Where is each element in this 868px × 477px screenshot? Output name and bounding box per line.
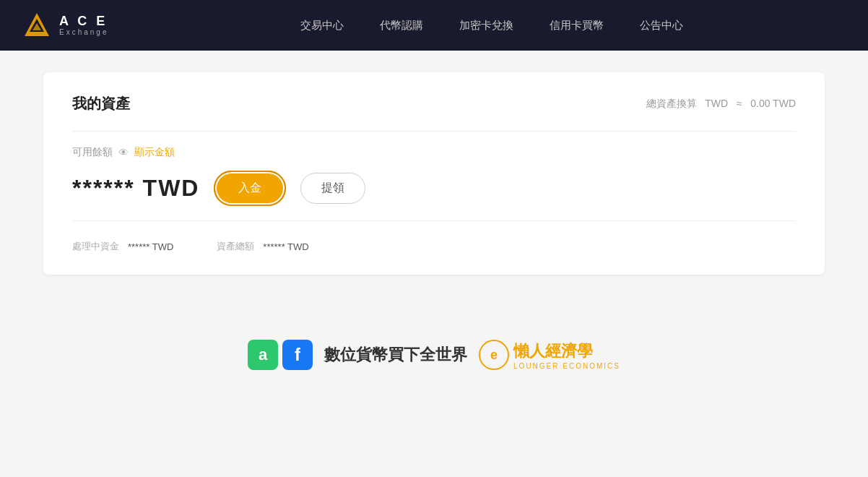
chatapp-icon[interactable]: a	[248, 340, 278, 370]
balance-label: 可用餘額	[72, 146, 113, 159]
total-value: 0.00 TWD	[750, 98, 796, 109]
nav-credit-card[interactable]: 信用卡買幣	[550, 19, 604, 33]
facebook-icon[interactable]: f	[282, 340, 313, 370]
processing-value: ****** TWD	[128, 241, 173, 252]
nav-token[interactable]: 代幣認購	[380, 19, 423, 33]
eye-icon: 👁	[118, 147, 129, 158]
processing-label: 處理中資金	[72, 240, 119, 253]
nav-announcements[interactable]: 公告中心	[640, 19, 683, 33]
balance-row: ****** TWD 入金 提領	[72, 171, 796, 206]
processing-funds-item: 處理中資金 ****** TWD	[72, 240, 173, 253]
show-amount-btn[interactable]: 顯示金額	[134, 146, 175, 159]
lounger-main-text: 懶人經濟學	[513, 340, 620, 362]
total-assets-value: ****** TWD	[263, 241, 308, 252]
summary-row: 處理中資金 ****** TWD 資產總額 ****** TWD	[72, 236, 796, 253]
balance-value: ****** TWD	[72, 175, 199, 202]
deposit-button-wrapper: 入金	[214, 171, 286, 206]
footer-slogan: 數位貨幣買下全世界	[324, 344, 467, 366]
total-currency: TWD	[705, 98, 728, 109]
logo[interactable]: A C E Exchange	[22, 10, 108, 40]
total-assets-label: 資產總額	[217, 240, 254, 253]
asset-header: 我的資產 總資產換算 TWD ≈ 0.00 TWD	[72, 94, 796, 113]
deposit-button[interactable]: 入金	[217, 173, 283, 203]
balance-section: 可用餘額 👁 顯示金額 ****** TWD 入金 提領	[72, 131, 796, 221]
logo-text: A C E Exchange	[59, 14, 108, 36]
total-label: 總資產換算	[646, 98, 697, 109]
nav-trading[interactable]: 交易中心	[300, 19, 344, 33]
main-content: 我的資產 總資產換算 TWD ≈ 0.00 TWD 可用餘額 👁 顯示金額 **…	[0, 51, 868, 311]
total-approx: ≈	[737, 98, 742, 109]
balance-label-row: 可用餘額 👁 顯示金額	[72, 146, 796, 159]
total-assets-item: 資產總額 ****** TWD	[217, 240, 308, 253]
lounger-logo[interactable]: e 懶人經濟學 LOUNGER ECONOMICS	[479, 340, 620, 370]
lounger-e-icon: e	[479, 340, 509, 370]
lounger-text-block: 懶人經濟學 LOUNGER ECONOMICS	[513, 340, 620, 370]
nav-crypto-card[interactable]: 加密卡兌換	[459, 19, 513, 33]
withdraw-button[interactable]: 提領	[300, 173, 365, 204]
lounger-sub-text: LOUNGER ECONOMICS	[513, 362, 620, 370]
footer-banner: a f 數位貨幣買下全世界 e 懶人經濟學 LOUNGER ECONOMICS	[0, 311, 868, 392]
logo-exchange-text: Exchange	[59, 29, 108, 36]
ace-logo-icon	[22, 10, 52, 40]
nav-links: 交易中心 代幣認購 加密卡兌換 信用卡買幣 公告中心	[137, 19, 846, 33]
page-title: 我的資產	[72, 94, 130, 113]
logo-ace-text: A C E	[59, 14, 108, 27]
asset-card: 我的資產 總資產換算 TWD ≈ 0.00 TWD 可用餘額 👁 顯示金額 **…	[43, 72, 825, 275]
navbar: A C E Exchange 交易中心 代幣認購 加密卡兌換 信用卡買幣 公告中…	[0, 0, 868, 51]
footer-social-icons: a f	[248, 340, 313, 370]
total-assets-summary: 總資產換算 TWD ≈ 0.00 TWD	[646, 98, 796, 111]
